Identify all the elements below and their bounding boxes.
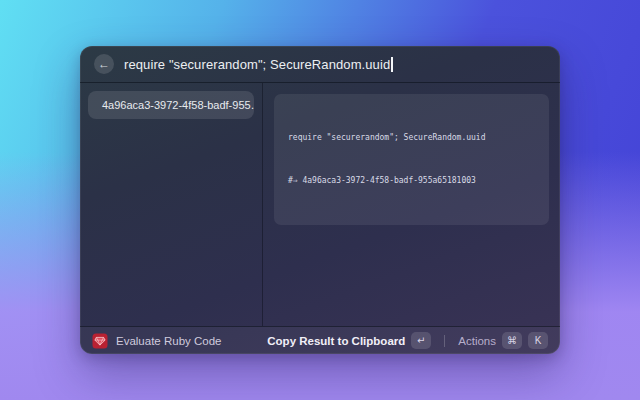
cmd-key-badge: ⌘ — [502, 332, 522, 349]
results-list-pane: 4a96aca3-3972-4f58-badf-955… — [80, 83, 263, 326]
footer-action-bar: Evaluate Ruby Code Copy Result to Clipbo… — [80, 326, 560, 354]
code-line-source: require "securerandom"; SecureRandom.uui… — [288, 131, 535, 145]
cmd-key-icon: ⌘ — [507, 335, 517, 346]
content-area: 4a96aca3-3972-4f58-badf-955… require "se… — [80, 83, 560, 326]
copy-result-label: Copy Result to Clipboard — [267, 335, 405, 347]
launcher-window: ← require "securerandom"; SecureRandom.u… — [80, 46, 560, 354]
desktop-background: { "search": { "back_icon": "←", "value":… — [0, 0, 640, 400]
k-key-badge: K — [528, 332, 548, 349]
back-button[interactable]: ← — [94, 54, 114, 74]
list-item-label: 4a96aca3-3972-4f58-badf-955… — [102, 99, 254, 111]
code-result-block: require "securerandom"; SecureRandom.uui… — [274, 94, 549, 225]
k-key-label: K — [535, 335, 542, 346]
actions-label: Actions — [458, 335, 496, 347]
detail-pane: require "securerandom"; SecureRandom.uui… — [263, 83, 560, 326]
list-item-uuid[interactable]: 4a96aca3-3972-4f58-badf-955… — [88, 91, 254, 119]
copy-result-button[interactable]: Copy Result to Clipboard ↵ — [265, 330, 433, 351]
return-key-badge: ↵ — [411, 332, 431, 349]
back-arrow-icon: ← — [98, 57, 110, 71]
search-input-value: require "securerandom"; SecureRandom.uui… — [124, 57, 390, 72]
app-label: Evaluate Ruby Code — [116, 335, 221, 347]
ruby-gem-icon — [92, 333, 108, 349]
search-bar: ← require "securerandom"; SecureRandom.u… — [80, 46, 560, 83]
code-line-result: #⇒ 4a96aca3-3972-4f58-badf-955a65181003 — [288, 174, 535, 188]
text-caret — [391, 57, 393, 72]
actions-button[interactable]: Actions ⌘ K — [456, 330, 550, 351]
search-input[interactable]: require "securerandom"; SecureRandom.uui… — [124, 57, 393, 72]
footer-divider — [444, 335, 445, 347]
return-key-icon: ↵ — [417, 335, 425, 346]
